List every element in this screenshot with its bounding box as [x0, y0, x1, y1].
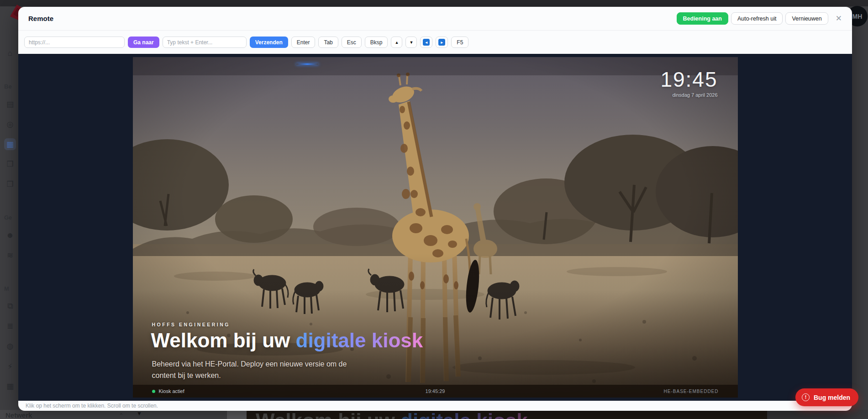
refresh-button[interactable]: Vernieuwen: [785, 12, 828, 25]
remote-screen[interactable]: 19:45 dinsdag 7 april 2026 HOFFS ENGINEE…: [133, 57, 738, 398]
kiosk-brand: HOFFS ENGINEERING: [152, 322, 231, 327]
report-bug-label: Bug melden: [814, 394, 850, 401]
send-text-button[interactable]: Verzenden: [250, 37, 288, 48]
modal-title: Remote: [28, 15, 53, 22]
sidebar-section-label: Be: [4, 80, 18, 92]
bug-alert-icon: !: [802, 393, 810, 401]
key-f5[interactable]: F5: [451, 37, 468, 48]
sidebar-item: ≣: [4, 320, 18, 332]
key-enter[interactable]: Enter: [291, 37, 316, 48]
sidebar-item: ▦: [4, 138, 18, 150]
sidebar-item: ☻: [4, 230, 18, 241]
sidebar-item: ❒: [4, 158, 18, 170]
signal-icon: ≋: [4, 249, 16, 261]
sidebar-section-label-text: Ge: [4, 214, 12, 221]
kiosk-heading: Welkom bij uw digitale kiosk: [151, 329, 423, 352]
modal-footer: Klik op het scherm om te klikken. Scroll…: [18, 401, 852, 411]
sidebar-item: ▦: [4, 380, 18, 392]
box-icon: ❒: [4, 158, 16, 170]
page-content-edge: [227, 410, 247, 419]
sidebar-bottom-strip: [0, 410, 227, 419]
report-bug-button[interactable]: ! Bug melden: [795, 388, 858, 406]
background-content-edge: [767, 410, 868, 419]
key-arrow-down[interactable]: ▼: [405, 37, 417, 48]
key-esc[interactable]: Esc: [342, 37, 362, 48]
clock-date: dinsdag 7 april 2026: [660, 92, 717, 98]
home-icon: ⌂: [4, 47, 16, 59]
url-input[interactable]: [24, 37, 125, 48]
kiosk-device-label: HE-BASE-EMBEDDED: [664, 389, 719, 394]
close-icon[interactable]: ✕: [836, 15, 842, 22]
sidebar-section-netwerk: Netwerk: [5, 411, 32, 419]
cpu-icon: ▦: [4, 138, 16, 150]
control-on-button[interactable]: Bediening aan: [677, 12, 728, 25]
bulb-icon: ◍: [4, 340, 16, 352]
key-arrow-left[interactable]: ◂: [420, 37, 432, 48]
text-input[interactable]: [163, 37, 247, 48]
sidebar-section-label-text: M: [4, 285, 9, 292]
loading-indicator: [296, 63, 318, 65]
collapse-chevron-icon: ⌃: [119, 412, 124, 419]
sidebar-item: ❒: [4, 178, 18, 190]
server-icon: ≣: [4, 320, 16, 332]
sidebar-section-label: Ge: [4, 211, 18, 223]
key-bksp[interactable]: Bksp: [365, 37, 388, 48]
chip-icon: ▦: [4, 380, 16, 392]
remote-modal: Remote Bediening aanAuto-refresh uitVern…: [18, 7, 852, 411]
browser-top-band: [0, 0, 868, 6]
key-arrow-right[interactable]: ▸: [436, 37, 448, 48]
modal-header: Remote Bediening aanAuto-refresh uitVern…: [18, 7, 852, 31]
sidebar-item: ⚡: [4, 361, 18, 372]
shield-icon: ◎: [4, 118, 16, 130]
sidebar-section-label: M: [4, 283, 18, 294]
footer-hint: Klik op het scherm om te klikken. Scroll…: [26, 403, 158, 409]
sidebar-item: ▤: [4, 98, 18, 110]
background-kiosk-preview: Welkom bij uw digitale kiosk: [247, 411, 767, 419]
auto-refresh-button[interactable]: Auto-refresh uit: [731, 12, 783, 25]
sidebar-section-label-text: Be: [4, 83, 12, 90]
monitor-icon: ⧉: [4, 300, 16, 312]
kiosk-status-time: 19:45:29: [133, 388, 738, 394]
caret-down-icon: ▼: [137, 410, 142, 417]
remote-toolbar: Ga naar Verzenden EnterTabEscBksp▲▼◂▸F5: [18, 31, 852, 54]
box-icon: ❒: [4, 178, 16, 190]
sidebar-item: ◎: [4, 118, 18, 130]
background-kiosk-heading: Welkom bij uw digitale kiosk: [256, 411, 528, 419]
key-arrow-up[interactable]: ▲: [391, 37, 402, 48]
kiosk-clock: 19:45 dinsdag 7 april 2026: [660, 68, 717, 98]
sidebar-item: ⧉: [4, 300, 18, 312]
arrow-right-icon: ▸: [438, 39, 445, 46]
kiosk-subtitle: Beheerd via het HE-Portal. Deploy een ni…: [152, 358, 353, 381]
clock-time: 19:45: [660, 68, 717, 91]
sidebar-item: ⌂: [4, 47, 18, 59]
bolt-icon: ⚡: [4, 361, 16, 372]
remote-control-page: MH ⌂Be▤◎▦❒❒Ge☻≋M⧉≣◍⚡▦ Netwerk ⌃ ▼ Welkom…: [0, 0, 868, 419]
key-tab[interactable]: Tab: [318, 37, 338, 48]
user-icon: ☻: [4, 230, 16, 241]
arrow-left-icon: ◂: [423, 39, 430, 46]
kiosk-status-bar: Kiosk actief 19:45:29 HE-BASE-EMBEDDED: [133, 385, 738, 398]
list-icon: ▤: [4, 98, 16, 110]
go-to-url-button[interactable]: Ga naar: [128, 37, 159, 48]
sidebar-item: ≋: [4, 249, 18, 261]
sidebar-item: ◍: [4, 340, 18, 352]
remote-viewport: 19:45 dinsdag 7 april 2026 HOFFS ENGINEE…: [18, 54, 852, 401]
